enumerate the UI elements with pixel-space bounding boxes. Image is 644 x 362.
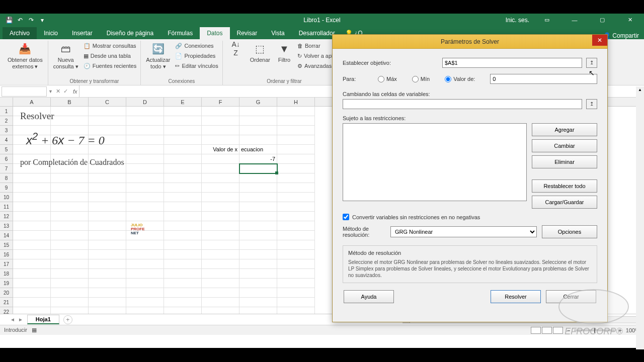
cell[interactable]	[202, 116, 239, 126]
col-header[interactable]: F	[202, 98, 239, 106]
recent-sources-button[interactable]: 🕘 Fuentes recientes	[83, 61, 137, 71]
col-header[interactable]: H	[277, 98, 315, 106]
cell[interactable]	[277, 307, 315, 314]
qat-customize-icon[interactable]: ▾	[38, 16, 46, 24]
cell[interactable]	[277, 288, 315, 298]
cell[interactable]	[164, 288, 202, 298]
cell[interactable]	[164, 193, 202, 202]
col-header[interactable]: E	[164, 98, 202, 106]
cell[interactable]	[89, 250, 126, 259]
cell[interactable]	[164, 279, 202, 288]
cell[interactable]	[89, 221, 126, 231]
sort-button[interactable]: ⬚Ordenar	[248, 41, 272, 64]
cell[interactable]	[89, 307, 126, 314]
cell[interactable]	[239, 212, 277, 221]
cell[interactable]	[239, 307, 277, 314]
cell[interactable]	[277, 231, 315, 240]
cell[interactable]	[202, 298, 239, 307]
row-header[interactable]: 9	[0, 183, 13, 193]
cell[interactable]	[51, 116, 89, 126]
add-constraint-button[interactable]: Agregar	[532, 123, 597, 136]
cell[interactable]	[51, 173, 89, 183]
cell[interactable]	[126, 279, 164, 288]
cell[interactable]	[239, 173, 277, 183]
cell[interactable]	[13, 259, 51, 269]
minimize-icon[interactable]: —	[565, 15, 585, 26]
cell[interactable]	[239, 288, 277, 298]
cell[interactable]	[277, 116, 315, 126]
cell[interactable]	[89, 279, 126, 288]
cell[interactable]	[202, 193, 239, 202]
cell[interactable]	[202, 250, 239, 259]
macro-record-icon[interactable]: ▦	[32, 327, 37, 333]
view-page-button[interactable]	[542, 327, 552, 334]
tab-insert[interactable]: Insertar	[65, 27, 100, 39]
cell[interactable]	[13, 173, 51, 183]
cell[interactable]	[126, 212, 164, 221]
cell[interactable]	[89, 116, 126, 126]
cell[interactable]	[164, 259, 202, 269]
radio-max[interactable]: Máx	[378, 76, 397, 82]
tab-home[interactable]: Inicio	[37, 27, 65, 39]
cell[interactable]	[239, 259, 277, 269]
cell[interactable]	[89, 107, 126, 116]
new-query-button[interactable]: 🗃Nueva consulta ▾	[51, 41, 80, 71]
solver-titlebar[interactable]: Parámetros de Solver ✕	[333, 35, 607, 49]
radio-valor[interactable]: Valor de:	[445, 76, 475, 82]
cell[interactable]	[89, 193, 126, 202]
cell[interactable]	[239, 279, 277, 288]
objective-input[interactable]	[442, 58, 582, 68]
from-table-button[interactable]: ▦ Desde una tabla	[83, 51, 137, 61]
cell[interactable]	[202, 135, 239, 145]
delete-constraint-button[interactable]: Eliminar	[532, 155, 597, 168]
cell[interactable]	[164, 307, 202, 314]
cell[interactable]	[239, 164, 277, 173]
cell[interactable]	[126, 298, 164, 307]
cell[interactable]	[126, 107, 164, 116]
cell[interactable]	[126, 154, 164, 164]
cell[interactable]	[51, 193, 89, 202]
cell[interactable]	[51, 279, 89, 288]
cell[interactable]	[13, 231, 51, 240]
redo-icon[interactable]: ↷	[27, 16, 35, 24]
cell[interactable]	[13, 269, 51, 279]
cell[interactable]	[277, 135, 315, 145]
cell[interactable]	[202, 126, 239, 135]
vertical-scrollbar[interactable]: ▲	[636, 86, 644, 349]
row-header[interactable]: 7	[0, 164, 13, 173]
cell[interactable]	[277, 298, 315, 307]
cell[interactable]	[126, 183, 164, 193]
cell[interactable]	[51, 288, 89, 298]
cell[interactable]	[277, 173, 315, 183]
cell[interactable]	[277, 126, 315, 135]
cell[interactable]	[164, 269, 202, 279]
cell[interactable]	[164, 250, 202, 259]
cell[interactable]	[89, 240, 126, 250]
cell[interactable]	[239, 107, 277, 116]
cell[interactable]	[277, 145, 315, 154]
cell[interactable]	[13, 288, 51, 298]
row-header[interactable]: 2	[0, 116, 13, 126]
cell[interactable]	[51, 307, 89, 314]
cell[interactable]	[239, 231, 277, 240]
cell[interactable]	[164, 221, 202, 231]
cell[interactable]	[239, 250, 277, 259]
cell[interactable]	[126, 288, 164, 298]
vars-range-picker[interactable]: ↥	[586, 99, 597, 109]
select-all-corner[interactable]	[0, 98, 13, 106]
refresh-all-button[interactable]: 🔄Actualizar todo ▾	[144, 41, 172, 71]
cell[interactable]	[89, 259, 126, 269]
col-header[interactable]: B	[51, 98, 89, 106]
cell[interactable]	[89, 298, 126, 307]
tab-review[interactable]: Revisar	[230, 27, 265, 39]
row-header[interactable]: 13	[0, 221, 13, 231]
options-button[interactable]: Opciones	[542, 225, 597, 238]
cell[interactable]	[277, 193, 315, 202]
cell[interactable]	[239, 126, 277, 135]
reset-all-button[interactable]: Restablecer todo	[532, 179, 597, 193]
cell[interactable]	[277, 154, 315, 164]
share-button[interactable]: 👤 Compartir	[603, 32, 639, 39]
cell[interactable]	[89, 202, 126, 212]
row-header[interactable]: 3	[0, 126, 13, 135]
cell[interactable]	[126, 259, 164, 269]
